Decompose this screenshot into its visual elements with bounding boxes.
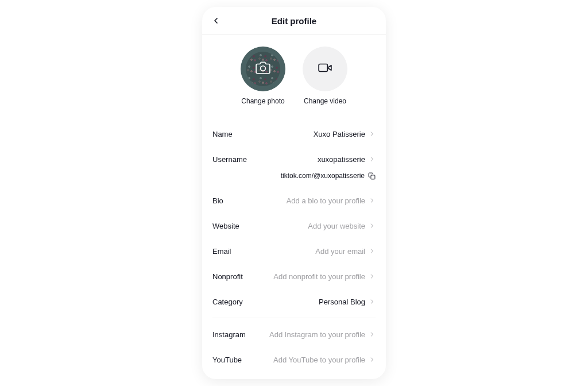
- profile-url-row: tiktok.com/@xuxopatisserie: [202, 172, 386, 188]
- row-label: Nonprofit: [212, 272, 243, 281]
- camera-icon: [256, 60, 270, 78]
- profile-photo-avatar[interactable]: [241, 47, 285, 91]
- row-label: Instagram: [212, 330, 246, 339]
- row-label: Category: [212, 298, 243, 306]
- row-website[interactable]: Website Add your website: [202, 213, 386, 238]
- chevron-right-icon: [369, 298, 376, 305]
- chevron-right-icon: [369, 248, 376, 254]
- copy-button[interactable]: [368, 172, 376, 180]
- back-button[interactable]: [211, 15, 223, 26]
- row-youtube[interactable]: YouTube Add YouTube to your profile: [202, 347, 386, 372]
- row-label: Username: [212, 155, 247, 164]
- row-value: xuxopatisserie: [247, 155, 369, 164]
- chevron-right-icon: [369, 222, 376, 229]
- row-email[interactable]: Email Add your email: [202, 238, 386, 264]
- chevron-right-icon: [369, 356, 376, 363]
- row-placeholder: Add YouTube to your profile: [242, 356, 369, 364]
- row-placeholder: Add nonprofit to your profile: [243, 272, 369, 281]
- row-placeholder: Add your website: [239, 222, 369, 230]
- change-photo[interactable]: Change photo: [241, 47, 285, 105]
- settings-rows: Name Xuxo Patisserie Username xuxopatiss…: [202, 121, 386, 379]
- chevron-right-icon: [369, 331, 376, 338]
- section-divider: [212, 318, 376, 318]
- row-label: Name: [212, 130, 233, 138]
- row-value: Xuxo Patisserie: [233, 130, 369, 138]
- header: Edit profile: [202, 7, 386, 35]
- chevron-right-icon: [369, 273, 376, 280]
- change-video-label: Change video: [304, 97, 346, 105]
- row-placeholder: Add your email: [231, 247, 369, 256]
- svg-marker-2: [327, 65, 331, 71]
- media-row: Change photo Change video: [202, 35, 386, 121]
- row-placeholder: Add a bio to your profile: [223, 196, 369, 205]
- row-name[interactable]: Name Xuxo Patisserie: [202, 121, 386, 146]
- page-title: Edit profile: [272, 16, 316, 26]
- row-placeholder: Add Instagram to your profile: [246, 330, 369, 339]
- row-label: Bio: [212, 196, 223, 205]
- profile-url: tiktok.com/@xuxopatisserie: [281, 172, 365, 180]
- copy-icon: [368, 172, 376, 180]
- svg-rect-3: [371, 175, 375, 179]
- change-video[interactable]: Change video: [303, 47, 347, 105]
- chevron-right-icon: [369, 197, 376, 204]
- chevron-right-icon: [369, 156, 376, 163]
- row-category[interactable]: Category Personal Blog: [202, 289, 386, 314]
- chevron-right-icon: [369, 130, 376, 137]
- change-photo-label: Change photo: [241, 97, 284, 105]
- row-bio[interactable]: Bio Add a bio to your profile: [202, 188, 386, 213]
- row-username[interactable]: Username xuxopatisserie: [202, 146, 386, 172]
- row-instagram[interactable]: Instagram Add Instagram to your profile: [202, 322, 386, 347]
- row-label: YouTube: [212, 356, 242, 364]
- back-chevron-icon: [211, 16, 220, 25]
- row-label: Website: [212, 222, 239, 230]
- profile-video-avatar[interactable]: [303, 47, 347, 91]
- row-value: Personal Blog: [243, 298, 369, 306]
- row-label: Email: [212, 247, 231, 256]
- svg-point-0: [261, 66, 266, 71]
- row-nonprofit[interactable]: Nonprofit Add nonprofit to your profile: [202, 264, 386, 289]
- video-icon: [318, 60, 332, 78]
- svg-rect-1: [319, 64, 327, 72]
- edit-profile-screen: Edit profile Change photo: [202, 7, 386, 379]
